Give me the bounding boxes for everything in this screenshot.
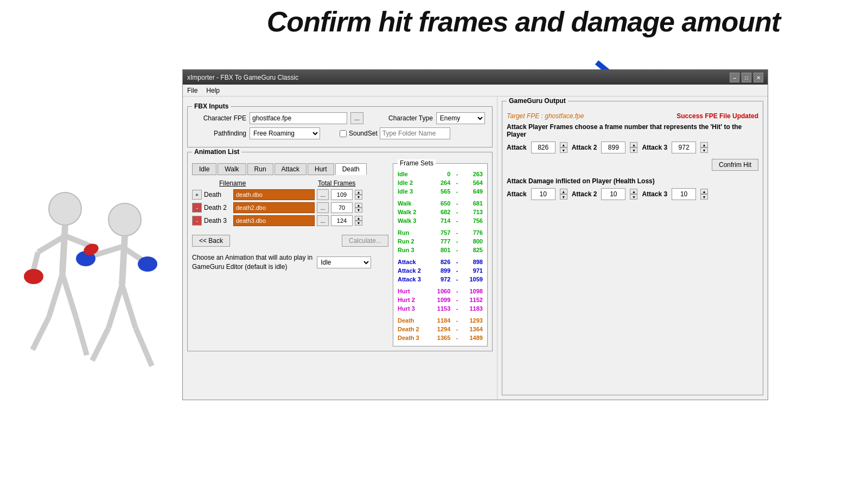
svg-line-13 <box>122 236 125 285</box>
tab-run[interactable]: Run <box>247 163 273 175</box>
attack-frame-input[interactable] <box>531 142 556 153</box>
attack-frame-down[interactable]: ▼ <box>560 147 567 153</box>
fbx-inputs-title: FBX Inputs <box>192 102 231 110</box>
attack3-frame-up[interactable]: ▲ <box>700 142 708 147</box>
soundset-label: SoundSet <box>349 130 378 137</box>
stickman-illustration <box>0 152 184 396</box>
attack3-frame-down[interactable]: ▼ <box>700 147 708 153</box>
fs-death3: Death 3 1365 - 1489 <box>398 334 483 342</box>
svg-line-16 <box>108 285 122 328</box>
damage-attack-input[interactable] <box>531 188 556 200</box>
target-fpe-label: Target FPE : <box>507 112 545 120</box>
page-title: Confirm hit frames and damage amount <box>179 5 868 38</box>
death2-browse-button[interactable]: ... <box>317 202 329 213</box>
svg-line-9 <box>62 274 76 317</box>
confirm-hit-button[interactable]: Confrim Hit <box>712 159 758 171</box>
death2-frames-input[interactable] <box>331 202 353 213</box>
death3-filename-input[interactable] <box>233 215 315 226</box>
tab-attack[interactable]: Attack <box>275 163 307 175</box>
attack2-frame-input[interactable] <box>601 142 626 153</box>
fs-idle3: Idle 3 565 - 649 <box>398 188 483 195</box>
svg-line-10 <box>76 317 87 355</box>
left-panel: FBX Inputs Character FPE ... Character T… <box>183 97 497 400</box>
damage-attack3-spinner[interactable]: ▲ ▼ <box>700 189 708 200</box>
damage-attack2-spinner[interactable]: ▲ ▼ <box>630 189 637 200</box>
gameguru-output-title: GameGuru Output <box>507 97 568 105</box>
auto-play-select[interactable]: Idle <box>317 256 371 268</box>
soundset-input[interactable] <box>380 127 450 139</box>
death-frames-input[interactable] <box>331 189 353 200</box>
attack-frame-up[interactable]: ▲ <box>560 142 567 147</box>
damage-attack-down[interactable]: ▼ <box>560 194 567 200</box>
pathfinding-label: Pathfinding <box>192 130 246 137</box>
damage-attack-spinner[interactable]: ▲ ▼ <box>560 189 567 200</box>
damage-attack3-down[interactable]: ▼ <box>700 194 708 200</box>
target-fpe-value: ghostface.fpe <box>545 112 584 120</box>
confirm-hit-row: Confrim Hit <box>507 157 758 171</box>
death2-frames-down[interactable]: ▼ <box>355 208 362 213</box>
title-bar-buttons: ‒ □ ✕ <box>730 73 763 82</box>
damage-attack2-input[interactable] <box>601 188 626 200</box>
restore-button[interactable]: □ <box>742 73 751 82</box>
death3-browse-button[interactable]: ... <box>317 215 329 226</box>
minimize-button[interactable]: ‒ <box>730 73 739 82</box>
character-fpe-browse[interactable]: ... <box>350 112 363 124</box>
character-type-label: Character Type <box>388 114 433 122</box>
success-label: Success FPE File Updated <box>676 112 758 120</box>
death2-frames-spinner[interactable]: ▲ ▼ <box>355 203 362 213</box>
gameguru-output-group: GameGuru Output Target FPE : ghostface.f… <box>502 101 763 395</box>
attack3-frame-spinner[interactable]: ▲ ▼ <box>700 142 708 153</box>
attack3-frame-input[interactable] <box>672 142 696 153</box>
calculate-button[interactable]: Calculate... <box>342 235 388 247</box>
character-type-select[interactable]: Enemy <box>436 112 485 124</box>
fs-walk2: Walk 2 682 - 713 <box>398 208 483 216</box>
death-frames-spinner[interactable]: ▲ ▼ <box>355 190 362 200</box>
svg-line-17 <box>92 328 108 361</box>
damage-attack3-input[interactable] <box>672 188 696 200</box>
add-death-button[interactable]: + <box>192 190 202 200</box>
damage-attack2-down[interactable]: ▼ <box>630 194 637 200</box>
death-frames-down[interactable]: ▼ <box>355 195 362 200</box>
auto-play-row: Choose an Animation that will auto play … <box>192 253 388 272</box>
frame-sets-title: Frame Sets <box>398 159 436 167</box>
damage-attack3-up[interactable]: ▲ <box>700 189 708 194</box>
pathfinding-select[interactable]: Free Roaming <box>250 127 320 139</box>
animation-content: Filename Total Frames + Death ... ▲ <box>192 179 488 346</box>
attack2-frame-down[interactable]: ▼ <box>630 147 637 153</box>
death-frames-up[interactable]: ▲ <box>355 190 362 195</box>
remove-death2-button[interactable]: - <box>192 203 202 213</box>
death-filename-input[interactable] <box>233 189 315 200</box>
character-fpe-input[interactable] <box>250 112 347 124</box>
window-body: FBX Inputs Character FPE ... Character T… <box>183 97 768 400</box>
menu-help[interactable]: Help <box>206 87 220 94</box>
tab-hurt[interactable]: Hurt <box>308 163 334 175</box>
fs-attack: Attack 826 - 898 <box>398 258 483 266</box>
damage-section-label: Attack Damage inflicted on Player (Healt… <box>507 177 758 185</box>
damage-attack2-up[interactable]: ▲ <box>630 189 637 194</box>
fs-idle2: Idle 2 264 - 564 <box>398 179 483 187</box>
remove-death3-button[interactable]: - <box>192 216 202 226</box>
death3-name-label: Death 3 <box>204 217 231 224</box>
death2-frames-up[interactable]: ▲ <box>355 203 362 208</box>
tab-death[interactable]: Death <box>335 163 367 175</box>
death3-frames-down[interactable]: ▼ <box>355 221 362 226</box>
death2-filename-input[interactable] <box>233 202 315 213</box>
close-button[interactable]: ✕ <box>754 73 763 82</box>
attack2-frame-up[interactable]: ▲ <box>630 142 637 147</box>
death3-frames-input[interactable] <box>331 215 353 226</box>
fs-hurt3: Hurt 3 1153 - 1183 <box>398 305 483 312</box>
tab-walk[interactable]: Walk <box>218 163 246 175</box>
back-button[interactable]: << Back <box>192 235 230 247</box>
tab-idle[interactable]: Idle <box>192 163 216 175</box>
death-browse-button[interactable]: ... <box>317 189 329 200</box>
menu-file[interactable]: File <box>187 87 197 94</box>
death3-frames-up[interactable]: ▲ <box>355 216 362 221</box>
damage-row: Attack ▲ ▼ Attack 2 ▲ ▼ Attack 3 <box>507 188 758 200</box>
damage-attack-up[interactable]: ▲ <box>560 189 567 194</box>
attack-frame-spinner[interactable]: ▲ ▼ <box>560 142 567 153</box>
attack2-frame-spinner[interactable]: ▲ ▼ <box>630 142 637 153</box>
death3-frames-spinner[interactable]: ▲ ▼ <box>355 216 362 226</box>
svg-line-18 <box>122 285 136 328</box>
fs-hurt2: Hurt 2 1099 - 1152 <box>398 296 483 304</box>
soundset-checkbox[interactable] <box>340 130 347 137</box>
